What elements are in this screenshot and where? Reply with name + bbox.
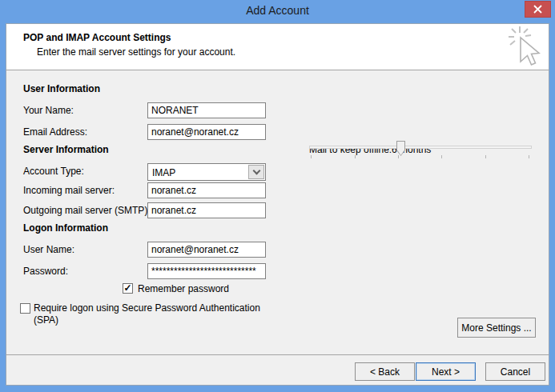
page-title: POP and IMAP Account Settings [23, 32, 171, 43]
account-type-value: IMAP [152, 167, 175, 178]
check-icon: ✓ [123, 282, 131, 294]
password-label: Password: [23, 266, 68, 277]
window-title: Add Account [0, 4, 555, 17]
incoming-server-label: Incoming mail server: [23, 185, 115, 196]
spa-label[interactable]: Require logon using Secure Password Auth… [34, 302, 274, 326]
header-band: POP and IMAP Account Settings Enter the … [6, 24, 549, 70]
close-icon [533, 5, 542, 14]
section-logon-information: Logon Information [23, 222, 108, 234]
titlebar[interactable]: Add Account [0, 0, 555, 23]
incoming-server-input[interactable] [147, 182, 266, 198]
user-name-label: User Name: [23, 244, 74, 255]
dialog-content: POP and IMAP Account Settings Enter the … [6, 23, 549, 386]
password-input[interactable] [147, 263, 266, 279]
page-subtitle: Enter the mail server settings for your … [37, 46, 235, 58]
add-account-dialog: Add Account POP and IMAP Account Setting… [0, 0, 555, 392]
close-button[interactable] [525, 1, 551, 18]
remember-password-label[interactable]: Remember password [138, 283, 229, 294]
slider-tick [441, 155, 442, 158]
footer-divider [6, 354, 549, 355]
chevron-down-icon [252, 166, 260, 174]
slider-tick [355, 155, 356, 158]
email-address-label: Email Address: [23, 126, 87, 138]
slider-tick-marks [309, 155, 532, 159]
outgoing-server-label: Outgoing mail server (SMTP): [23, 205, 151, 216]
spa-checkbox[interactable] [20, 303, 30, 314]
cursor-sparkle-icon [507, 25, 544, 70]
slider-tick [398, 155, 399, 158]
slider-tick [311, 155, 312, 158]
account-type-dropdown-button[interactable] [248, 165, 264, 179]
next-button[interactable]: Next > [416, 362, 476, 381]
back-button[interactable]: < Back [355, 362, 415, 381]
cancel-button[interactable]: Cancel [485, 362, 545, 381]
section-user-information: User Information [23, 83, 100, 94]
more-settings-button[interactable]: More Settings ... [457, 318, 536, 338]
user-name-input[interactable] [147, 242, 266, 258]
remember-password-checkbox[interactable]: ✓ [123, 283, 133, 294]
your-name-label: Your Name: [23, 105, 74, 116]
outgoing-server-input[interactable] [147, 202, 266, 218]
mail-offline-slider-track[interactable] [309, 146, 532, 149]
your-name-input[interactable] [147, 102, 266, 118]
email-address-input[interactable] [147, 124, 266, 140]
account-type-select[interactable]: IMAP [147, 163, 266, 181]
account-type-label: Account Type: [23, 166, 84, 177]
slider-tick [529, 155, 529, 158]
slider-tick [485, 155, 486, 158]
section-server-information: Server Information [23, 144, 109, 155]
